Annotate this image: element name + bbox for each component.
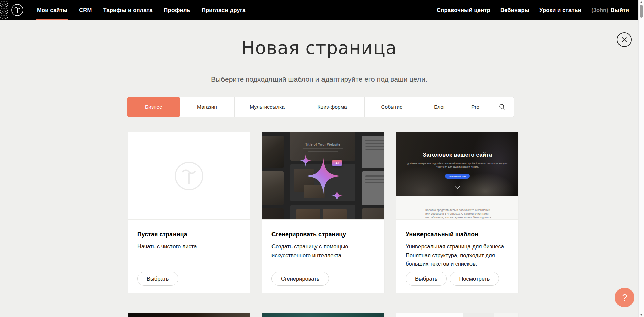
active-nav-indicator	[36, 19, 68, 20]
nav-tariffs[interactable]: Тарифы и оплата	[103, 0, 152, 20]
page-subtitle: Выберите подходящий шаблон и адаптируйте…	[0, 75, 638, 83]
hero-subheading: Добавьте интересные подробности о вашей …	[407, 162, 508, 169]
tab-multilink-label: Мультиссылка	[250, 104, 285, 110]
chevron-down-icon	[455, 186, 460, 189]
card-description: Создать страницу с помощью искусственног…	[271, 242, 359, 260]
tab-business[interactable]: Бизнес	[127, 97, 180, 117]
tab-shop[interactable]: Магазин	[180, 97, 235, 117]
tab-quiz-form[interactable]: Квиз-форма	[300, 97, 365, 117]
nav-tariffs-label: Тарифы и оплата	[103, 7, 152, 13]
card-universal-body: Универсальный шаблон Универсальная стран…	[396, 220, 518, 292]
scrollbar[interactable]	[638, 0, 644, 317]
wave-pattern-decoration	[0, 0, 8, 20]
template-card-partial[interactable]	[262, 313, 384, 317]
tab-multilink[interactable]: Мультиссылка	[234, 97, 300, 117]
card-blank-page-body: Пустая страница Начать с чистого листа. …	[128, 220, 250, 292]
preview-universal-button[interactable]: Посмотреть	[450, 272, 499, 286]
card-title: Пустая страница	[137, 220, 241, 238]
template-hero: Заголовок вашего сайта Добавьте интересн…	[396, 132, 518, 196]
logout-label: Выйти	[611, 7, 629, 13]
card-universal-template[interactable]: Заголовок вашего сайта Добавьте интересн…	[396, 132, 518, 293]
hero-heading: Заголовок вашего сайта	[396, 152, 518, 158]
main-menu: Мои сайты CRM Тарифы и оплата Профиль Пр…	[37, 0, 245, 20]
universal-template-preview: Заголовок вашего сайта Добавьте интересн…	[396, 132, 518, 220]
card-blank-page[interactable]: Пустая страница Начать с чистого листа. …	[128, 132, 250, 293]
ai-badge: AI	[332, 160, 342, 166]
scroll-down-arrow-icon[interactable]	[640, 314, 643, 316]
choose-universal-button[interactable]: Выбрать	[406, 272, 447, 286]
card-description: Начать с чистого листа.	[137, 242, 238, 251]
scroll-up-arrow-icon[interactable]	[640, 1, 643, 3]
template-category-tabs: Бизнес Магазин Мультиссылка Квиз-форма С…	[127, 97, 514, 117]
tab-pro[interactable]: Pro	[460, 97, 490, 117]
tab-event-label: Событие	[381, 104, 402, 110]
tab-pro-label: Pro	[471, 104, 479, 110]
nav-webinars-label: Вебинары	[500, 7, 529, 13]
template-card-partial[interactable]	[396, 313, 518, 317]
card-ai-generate-body: Сгенерировать страницу Создать страницу …	[262, 220, 384, 292]
tilda-watermark-icon	[174, 161, 204, 191]
nav-invite-friend[interactable]: Пригласи друга	[202, 0, 245, 20]
search-icon	[499, 104, 505, 110]
tab-shop-label: Магазин	[197, 104, 217, 110]
help-button[interactable]: ?	[615, 288, 634, 307]
tilda-logo[interactable]	[11, 4, 24, 16]
nav-crm-label: CRM	[79, 7, 92, 13]
tab-event[interactable]: Событие	[364, 97, 419, 117]
template-grid: Пустая страница Начать с чистого листа. …	[128, 132, 518, 317]
tab-search[interactable]	[490, 97, 514, 117]
template-body-text: Коротко представьтесь и расскажите о ком…	[425, 208, 492, 220]
nav-help-center[interactable]: Справочный центр	[437, 0, 490, 20]
nav-webinars[interactable]: Вебинары	[500, 0, 529, 20]
ai-generate-preview: Title of Your Website	[262, 132, 384, 220]
card-description: Универсальная страница для бизнеса. Поня…	[406, 242, 509, 268]
page-title: Новая страница	[0, 38, 638, 58]
nav-my-sites-label: Мои сайты	[37, 7, 67, 13]
new-page-dialog: Мои сайты CRM Тарифы и оплата Профиль Пр…	[0, 0, 644, 317]
card-title: Универсальный шаблон	[406, 220, 509, 238]
nav-my-sites[interactable]: Мои сайты	[37, 0, 67, 20]
nav-profile-label: Профиль	[164, 7, 190, 13]
nav-help-center-label: Справочный центр	[437, 7, 490, 13]
blank-page-preview	[128, 132, 250, 220]
top-navbar: Мои сайты CRM Тарифы и оплата Профиль Пр…	[0, 0, 638, 20]
card-ai-generate[interactable]: Title of Your Website	[262, 132, 384, 293]
nav-profile[interactable]: Профиль	[164, 0, 190, 20]
nav-invite-friend-label: Пригласи друга	[202, 7, 245, 13]
help-button-label: ?	[622, 292, 627, 303]
nav-crm[interactable]: CRM	[79, 0, 92, 20]
secondary-menu: Справочный центр Вебинары Уроки и статьи…	[437, 0, 629, 20]
generate-button[interactable]: Сгенерировать	[271, 272, 329, 286]
card-title: Сгенерировать страницу	[271, 220, 375, 238]
tab-business-label: Бизнес	[145, 104, 162, 110]
template-card-partial[interactable]	[128, 313, 250, 317]
ai-sparkle-small-icon	[331, 190, 343, 201]
nav-lessons-label: Уроки и статьи	[539, 7, 581, 13]
tab-quiz-form-label: Квиз-форма	[317, 104, 347, 110]
tab-blog-label: Блог	[434, 104, 445, 110]
nav-lessons[interactable]: Уроки и статьи	[539, 0, 581, 20]
scrollbar-thumb[interactable]	[640, 5, 643, 18]
hero-cta-button: Целевое действие	[445, 174, 470, 179]
tab-blog[interactable]: Блог	[419, 97, 460, 117]
choose-blank-button[interactable]: Выбрать	[137, 272, 178, 286]
account-username: (John)	[591, 7, 608, 13]
tilda-logo-icon	[11, 4, 24, 16]
template-body-section: Коротко представьтесь и расскажите о ком…	[396, 196, 518, 220]
ai-sparkle-small-icon	[300, 154, 312, 167]
account-logout[interactable]: (John) Выйти	[591, 7, 629, 13]
